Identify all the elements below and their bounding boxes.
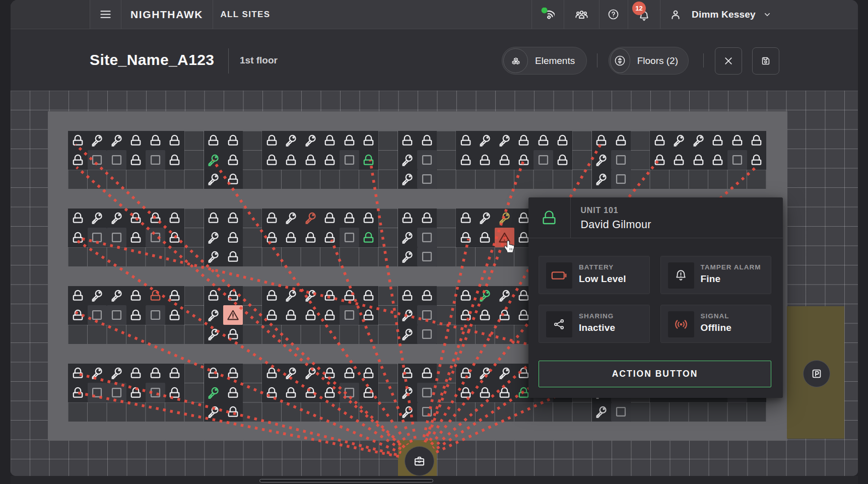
unit-cell-square-tile[interactable] (107, 383, 126, 402)
unit-cell-key[interactable] (88, 209, 107, 228)
unit-cell-key[interactable] (88, 131, 107, 151)
unit-cell-key[interactable] (476, 286, 495, 306)
unit-cell-lock[interactable] (301, 383, 320, 402)
unit-cell-lock[interactable] (398, 286, 418, 306)
unit-cell-square-tile[interactable] (107, 305, 126, 325)
unit-cell-square-tile[interactable] (533, 150, 553, 170)
unit-cell-square-tile[interactable] (146, 150, 165, 170)
unit-cell-lock[interactable] (282, 383, 301, 402)
brand-logo[interactable]: NIGHTHAWK (121, 0, 213, 29)
unit-cell-lock[interactable] (708, 131, 728, 151)
unit-cell-key[interactable] (398, 305, 418, 325)
unit-cell-lock[interactable] (359, 383, 379, 402)
unit-cell-key[interactable] (476, 131, 495, 151)
unit-cell-square-tile[interactable] (417, 402, 437, 422)
unit-cell-lock[interactable] (68, 209, 88, 228)
unit-cell-lock[interactable] (165, 383, 185, 402)
unit-cell-key[interactable] (670, 131, 689, 151)
unit-cell-key[interactable] (204, 170, 224, 189)
unit-cell-lock[interactable] (456, 286, 476, 306)
unit-cell-lock[interactable] (204, 286, 224, 306)
unit-cell-lock[interactable] (417, 364, 437, 383)
unit-cell-lock[interactable] (476, 228, 495, 247)
unit-cell-key[interactable] (592, 402, 612, 422)
unit-cell-lock[interactable] (398, 131, 418, 151)
unit-cell-lock[interactable] (320, 228, 340, 247)
unit-cell-square-tile[interactable] (88, 228, 107, 247)
unit-cell-square-tile[interactable] (146, 228, 165, 247)
unit-cell-lock[interactable] (301, 305, 320, 325)
unit-cell-lock[interactable] (262, 286, 282, 306)
save-button[interactable] (752, 47, 779, 75)
unit-cell-lock[interactable] (476, 383, 495, 402)
unit-cell-lock[interactable] (204, 364, 224, 383)
unit-cell-square-tile[interactable] (88, 305, 107, 325)
unit-cell-lock[interactable] (340, 286, 359, 306)
parking-marker[interactable] (803, 360, 830, 387)
unit-cell-warning-tile[interactable] (223, 305, 243, 325)
unit-cell-lock[interactable] (282, 150, 301, 170)
unit-cell-lock[interactable] (495, 383, 514, 402)
unit-cell-lock[interactable] (747, 150, 767, 170)
unit-cell-lock[interactable] (204, 131, 224, 151)
unit-cell-lock[interactable] (340, 131, 359, 151)
unit-cell-key[interactable] (107, 364, 126, 383)
unit-cell-lock[interactable] (727, 131, 747, 151)
nav-all-sites[interactable]: ALL SITES (213, 0, 278, 29)
unit-cell-key[interactable] (107, 131, 126, 151)
unit-cell-lock[interactable] (398, 209, 418, 228)
unit-cell-lock[interactable] (320, 150, 340, 170)
unit-cell-lock[interactable] (165, 305, 185, 325)
unit-cell-lock[interactable] (126, 305, 146, 325)
unit-cell-key[interactable] (301, 286, 320, 306)
hub-marker[interactable] (405, 446, 434, 476)
unit-cell-lock[interactable] (68, 383, 88, 402)
unit-cell-square-tile[interactable] (417, 383, 437, 402)
unit-cell-key[interactable] (301, 131, 320, 151)
unit-cell-lock[interactable] (359, 305, 379, 325)
unit-cell-lock[interactable] (204, 209, 224, 228)
unit-cell-square-tile[interactable] (727, 150, 747, 170)
unit-cell-lock[interactable] (282, 305, 301, 325)
unit-cell-lock[interactable] (68, 364, 88, 383)
unit-cell-square-tile[interactable] (146, 305, 165, 325)
menu-button[interactable] (90, 0, 121, 29)
unit-cell-lock[interactable] (262, 209, 282, 228)
unit-cell-lock[interactable] (223, 364, 243, 383)
unit-cell-lock[interactable] (476, 305, 495, 325)
unit-cell-lock[interactable] (68, 131, 88, 151)
unit-cell-square-tile[interactable] (88, 150, 107, 170)
unit-cell-lock[interactable] (223, 247, 243, 267)
unit-cell-square-tile[interactable] (417, 150, 437, 170)
unit-cell-lock[interactable] (553, 131, 573, 151)
users-button[interactable] (564, 0, 599, 29)
unit-cell-lock[interactable] (320, 209, 340, 228)
unit-cell-lock[interactable] (340, 209, 359, 228)
unit-cell-key[interactable] (592, 150, 612, 170)
elements-button[interactable]: Elements (502, 47, 587, 75)
unit-cell-lock[interactable] (301, 150, 320, 170)
unit-cell-lock[interactable] (301, 228, 320, 247)
unit-cell-lock[interactable] (165, 150, 185, 170)
unit-cell-lock[interactable] (456, 305, 476, 325)
unit-cell-lock[interactable] (68, 286, 88, 306)
unit-cell-lock[interactable] (747, 131, 767, 151)
unit-cell-lock[interactable] (126, 286, 146, 306)
unit-cell-key[interactable] (476, 364, 495, 383)
unit-cell-key[interactable] (204, 402, 224, 422)
unit-cell-key[interactable] (282, 131, 301, 151)
unit-cell-lock[interactable] (320, 383, 340, 402)
unit-cell-key[interactable] (204, 247, 224, 267)
help-button[interactable] (599, 0, 628, 29)
unit-cell-lock[interactable] (68, 305, 88, 325)
unit-cell-lock[interactable] (456, 383, 476, 402)
unit-cell-lock[interactable] (689, 150, 708, 170)
unit-cell-lock[interactable] (708, 150, 728, 170)
unit-cell-lock[interactable] (146, 209, 165, 228)
unit-cell-key[interactable] (282, 286, 301, 306)
unit-cell-lock[interactable] (223, 170, 243, 189)
unit-cell-lock[interactable] (456, 150, 476, 170)
parking-area[interactable] (787, 306, 844, 439)
unit-cell-key[interactable] (88, 364, 107, 383)
unit-cell-lock[interactable] (262, 305, 282, 325)
